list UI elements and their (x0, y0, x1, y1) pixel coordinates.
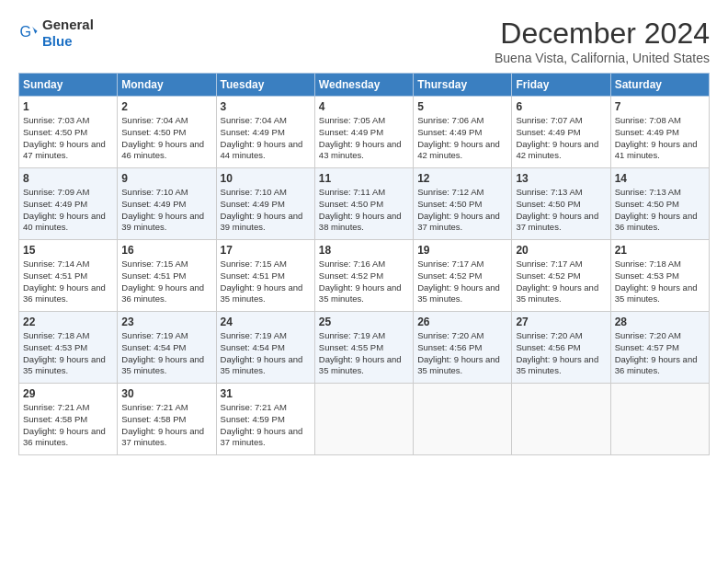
day-number: 9 (121, 172, 211, 185)
table-row: 17Sunrise: 7:15 AMSunset: 4:51 PMDayligh… (216, 240, 314, 312)
day-number: 15 (23, 244, 113, 257)
title-area: December 2024 Buena Vista, California, U… (495, 17, 710, 65)
logo-text: General Blue (42, 17, 94, 50)
col-tuesday: Tuesday (216, 74, 314, 97)
cell-text: Sunrise: 7:08 AMSunset: 4:49 PMDaylight:… (615, 115, 698, 160)
cell-text: Sunrise: 7:20 AMSunset: 4:56 PMDaylight:… (417, 330, 500, 375)
col-monday: Monday (118, 74, 216, 97)
calendar-table: Sunday Monday Tuesday Wednesday Thursday… (18, 73, 710, 455)
day-number: 18 (319, 244, 409, 257)
table-row: 9Sunrise: 7:10 AMSunset: 4:49 PMDaylight… (118, 168, 216, 240)
table-row: 26Sunrise: 7:20 AMSunset: 4:56 PMDayligh… (414, 312, 512, 384)
cell-text: Sunrise: 7:14 AMSunset: 4:51 PMDaylight:… (23, 259, 106, 304)
day-number: 16 (121, 244, 211, 257)
table-row: 5Sunrise: 7:06 AMSunset: 4:49 PMDaylight… (414, 97, 512, 168)
cell-text: Sunrise: 7:10 AMSunset: 4:49 PMDaylight:… (221, 187, 303, 232)
day-number: 1 (23, 100, 113, 113)
day-number: 30 (121, 387, 211, 400)
col-thursday: Thursday (414, 74, 512, 97)
cell-text: Sunrise: 7:16 AMSunset: 4:52 PMDaylight:… (319, 259, 402, 304)
table-row: 31Sunrise: 7:21 AMSunset: 4:59 PMDayligh… (216, 384, 314, 455)
table-row: 8Sunrise: 7:09 AMSunset: 4:49 PMDaylight… (19, 168, 118, 240)
logo-general: General (42, 17, 94, 32)
cell-text: Sunrise: 7:21 AMSunset: 4:58 PMDaylight:… (23, 402, 106, 447)
day-number: 8 (23, 172, 113, 185)
col-friday: Friday (512, 74, 610, 97)
cell-text: Sunrise: 7:13 AMSunset: 4:50 PMDaylight:… (615, 187, 698, 232)
table-row: 18Sunrise: 7:16 AMSunset: 4:52 PMDayligh… (314, 240, 413, 312)
day-number: 23 (121, 316, 211, 328)
table-row: 3Sunrise: 7:04 AMSunset: 4:49 PMDaylight… (216, 97, 314, 168)
logo-icon: G (18, 23, 39, 43)
day-number: 3 (221, 100, 311, 113)
cell-text: Sunrise: 7:15 AMSunset: 4:51 PMDaylight:… (221, 259, 303, 304)
svg-text:G: G (19, 23, 31, 40)
logo: G General Blue (18, 17, 94, 50)
page: G General Blue December 2024 Buena Vista… (0, 0, 728, 563)
cell-text: Sunrise: 7:20 AMSunset: 4:57 PMDaylight:… (615, 330, 698, 375)
cell-text: Sunrise: 7:09 AMSunset: 4:49 PMDaylight:… (23, 187, 106, 232)
cell-text: Sunrise: 7:18 AMSunset: 4:53 PMDaylight:… (23, 330, 106, 375)
table-row: 13Sunrise: 7:13 AMSunset: 4:50 PMDayligh… (512, 168, 610, 240)
table-row: 15Sunrise: 7:14 AMSunset: 4:51 PMDayligh… (19, 240, 118, 312)
cell-text: Sunrise: 7:05 AMSunset: 4:49 PMDaylight:… (319, 115, 402, 160)
col-saturday: Saturday (610, 74, 709, 97)
table-row: 10Sunrise: 7:10 AMSunset: 4:49 PMDayligh… (216, 168, 314, 240)
table-row (512, 384, 610, 455)
table-row: 25Sunrise: 7:19 AMSunset: 4:55 PMDayligh… (314, 312, 413, 384)
table-row: 30Sunrise: 7:21 AMSunset: 4:58 PMDayligh… (118, 384, 216, 455)
calendar-week-1: 1Sunrise: 7:03 AMSunset: 4:50 PMDaylight… (19, 97, 710, 168)
table-row: 28Sunrise: 7:20 AMSunset: 4:57 PMDayligh… (610, 312, 709, 384)
cell-text: Sunrise: 7:21 AMSunset: 4:59 PMDaylight:… (221, 402, 303, 447)
cell-text: Sunrise: 7:10 AMSunset: 4:49 PMDaylight:… (121, 187, 204, 232)
table-row: 16Sunrise: 7:15 AMSunset: 4:51 PMDayligh… (118, 240, 216, 312)
day-number: 25 (319, 316, 409, 328)
cell-text: Sunrise: 7:15 AMSunset: 4:51 PMDaylight:… (121, 259, 204, 304)
cell-text: Sunrise: 7:19 AMSunset: 4:55 PMDaylight:… (319, 330, 402, 375)
day-number: 31 (221, 387, 311, 400)
day-number: 2 (121, 100, 211, 113)
month-title: December 2024 (495, 17, 710, 51)
day-number: 12 (417, 172, 507, 185)
header-row: Sunday Monday Tuesday Wednesday Thursday… (19, 74, 710, 97)
day-number: 4 (319, 100, 409, 113)
location: Buena Vista, California, United States (495, 51, 710, 65)
table-row (314, 384, 413, 455)
cell-text: Sunrise: 7:20 AMSunset: 4:56 PMDaylight:… (516, 330, 598, 375)
table-row: 7Sunrise: 7:08 AMSunset: 4:49 PMDaylight… (610, 97, 709, 168)
logo-blue: Blue (42, 33, 73, 49)
day-number: 17 (221, 244, 311, 257)
table-row: 21Sunrise: 7:18 AMSunset: 4:53 PMDayligh… (610, 240, 709, 312)
table-row: 20Sunrise: 7:17 AMSunset: 4:52 PMDayligh… (512, 240, 610, 312)
day-number: 6 (516, 100, 606, 113)
calendar-week-3: 15Sunrise: 7:14 AMSunset: 4:51 PMDayligh… (19, 240, 710, 312)
day-number: 24 (221, 316, 311, 328)
cell-text: Sunrise: 7:19 AMSunset: 4:54 PMDaylight:… (121, 330, 204, 375)
col-wednesday: Wednesday (314, 74, 413, 97)
cell-text: Sunrise: 7:04 AMSunset: 4:49 PMDaylight:… (221, 115, 303, 160)
table-row: 6Sunrise: 7:07 AMSunset: 4:49 PMDaylight… (512, 97, 610, 168)
calendar-week-2: 8Sunrise: 7:09 AMSunset: 4:49 PMDaylight… (19, 168, 710, 240)
day-number: 26 (417, 316, 507, 328)
table-row: 27Sunrise: 7:20 AMSunset: 4:56 PMDayligh… (512, 312, 610, 384)
day-number: 21 (615, 244, 705, 257)
table-row (414, 384, 512, 455)
header: G General Blue December 2024 Buena Vista… (18, 17, 710, 65)
cell-text: Sunrise: 7:21 AMSunset: 4:58 PMDaylight:… (121, 402, 204, 447)
day-number: 13 (516, 172, 606, 185)
table-row: 29Sunrise: 7:21 AMSunset: 4:58 PMDayligh… (19, 384, 118, 455)
table-row: 11Sunrise: 7:11 AMSunset: 4:50 PMDayligh… (314, 168, 413, 240)
day-number: 7 (615, 100, 705, 113)
table-row: 23Sunrise: 7:19 AMSunset: 4:54 PMDayligh… (118, 312, 216, 384)
day-number: 22 (23, 316, 113, 328)
cell-text: Sunrise: 7:03 AMSunset: 4:50 PMDaylight:… (23, 115, 106, 160)
table-row: 2Sunrise: 7:04 AMSunset: 4:50 PMDaylight… (118, 97, 216, 168)
calendar-week-4: 22Sunrise: 7:18 AMSunset: 4:53 PMDayligh… (19, 312, 710, 384)
table-row (610, 384, 709, 455)
calendar-week-5: 29Sunrise: 7:21 AMSunset: 4:58 PMDayligh… (19, 384, 710, 455)
cell-text: Sunrise: 7:19 AMSunset: 4:54 PMDaylight:… (221, 330, 303, 375)
day-number: 11 (319, 172, 409, 185)
table-row: 22Sunrise: 7:18 AMSunset: 4:53 PMDayligh… (19, 312, 118, 384)
day-number: 20 (516, 244, 606, 257)
table-row: 24Sunrise: 7:19 AMSunset: 4:54 PMDayligh… (216, 312, 314, 384)
